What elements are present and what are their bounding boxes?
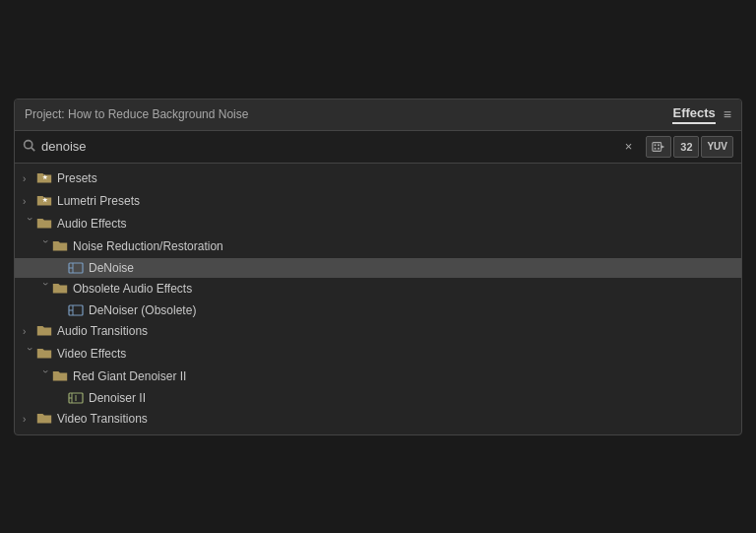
list-item[interactable]: › Audio Transitions (15, 320, 741, 343)
denoiser-obsolete-label: DeNoiser (Obsolete) (89, 303, 196, 317)
svg-marker-3 (662, 145, 665, 149)
folder-icon (36, 216, 52, 233)
search-input[interactable] (41, 139, 619, 154)
tree-list: › ★ Presets › ★ Lumetri Presets › (15, 164, 741, 434)
folder-star-icon: ★ (36, 170, 52, 187)
new-bin-button[interactable] (646, 136, 671, 158)
svg-point-0 (25, 140, 32, 148)
presets-label: Presets (57, 171, 97, 185)
chevron-right-icon: › (23, 173, 36, 184)
chevron-down-icon: › (25, 217, 35, 231)
folder-icon (36, 346, 52, 363)
lumetri-presets-label: Lumetri Presets (57, 194, 140, 208)
menu-icon[interactable]: ≡ (724, 106, 731, 122)
panel-header: Project: How to Reduce Background Noise … (15, 100, 741, 131)
obsolete-audio-label: Obsolete Audio Effects (73, 282, 192, 296)
clear-button[interactable]: × (625, 139, 633, 154)
folder-icon (36, 323, 52, 340)
32bit-button[interactable]: 32 (673, 136, 699, 158)
list-item[interactable]: › DeNoise (15, 258, 741, 278)
list-item[interactable]: › Noise Reduction/Restoration (15, 235, 741, 258)
yuv-button[interactable]: YUV (701, 136, 733, 158)
noise-reduction-label: Noise Reduction/Restoration (73, 239, 223, 253)
chevron-right-icon: › (23, 196, 36, 207)
list-item[interactable]: › DeNoiser (Obsolete) (15, 300, 741, 320)
chevron-right-icon: › (23, 414, 36, 425)
svg-rect-5 (659, 144, 661, 146)
list-item[interactable]: › Video Transitions (15, 408, 741, 431)
folder-icon (52, 281, 68, 298)
effects-panel: Project: How to Reduce Background Noise … (14, 99, 742, 435)
list-item[interactable]: › Audio Effects (15, 213, 741, 235)
denoise-label: DeNoise (89, 261, 134, 275)
folder-icon (52, 238, 68, 255)
denoiser-ii-label: Denoiser II (89, 391, 146, 405)
folder-icon (52, 368, 68, 385)
svg-line-1 (32, 147, 34, 150)
effect-icon (68, 261, 84, 275)
list-item[interactable]: › Obsolete Audio Effects (15, 278, 741, 300)
list-item[interactable]: › ★ Presets (15, 167, 741, 190)
list-item[interactable]: › ★ Lumetri Presets (15, 190, 741, 213)
toolbar: 32 YUV (646, 136, 733, 158)
svg-rect-7 (659, 147, 661, 149)
video-transitions-label: Video Transitions (57, 412, 148, 426)
svg-rect-2 (653, 142, 662, 151)
svg-rect-6 (655, 147, 657, 149)
chevron-down-icon: › (25, 347, 35, 361)
chevron-right-icon: › (23, 326, 36, 337)
effect-icon (68, 303, 84, 317)
effect2-icon (68, 391, 84, 405)
effects-tab[interactable]: Effects (672, 105, 715, 124)
list-item[interactable]: › Video Effects (15, 343, 741, 366)
red-giant-label: Red Giant Denoiser II (73, 369, 186, 383)
folder-icon (36, 411, 52, 428)
audio-transitions-label: Audio Transitions (57, 324, 148, 338)
list-item[interactable]: › Red Giant Denoiser II (15, 366, 741, 388)
chevron-down-icon: › (40, 369, 51, 383)
audio-effects-label: Audio Effects (57, 217, 127, 231)
video-effects-label: Video Effects (57, 347, 126, 361)
svg-rect-4 (655, 144, 657, 146)
list-item[interactable]: › Denoiser II (15, 388, 741, 408)
search-icon (23, 139, 35, 155)
header-right: Effects ≡ (672, 105, 731, 124)
project-title: Project: How to Reduce Background Noise (25, 107, 248, 121)
folder-star-icon: ★ (36, 193, 52, 210)
chevron-down-icon: › (40, 282, 51, 296)
chevron-down-icon: › (40, 239, 51, 253)
search-bar: × 32 YUV (15, 131, 741, 164)
